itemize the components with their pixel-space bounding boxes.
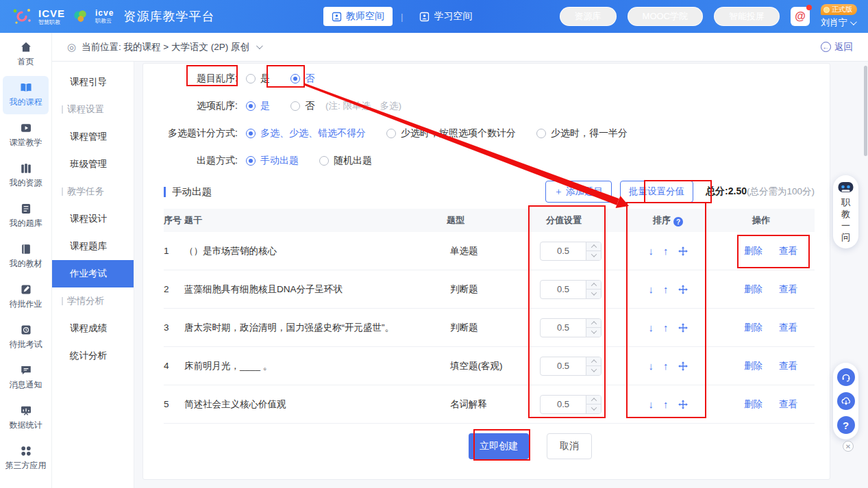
avatar[interactable]: @ bbox=[791, 7, 810, 26]
drag-move-icon[interactable] bbox=[678, 246, 688, 256]
score-decrease-button[interactable] bbox=[586, 404, 601, 413]
delete-link[interactable]: 删除 bbox=[744, 322, 762, 334]
move-down-button[interactable]: ↓ bbox=[649, 284, 654, 294]
sidebar-item-我的题库[interactable]: 我的题库 bbox=[3, 197, 49, 235]
delete-link[interactable]: 删除 bbox=[744, 360, 762, 372]
quick-link-资源库[interactable]: 资源库 bbox=[560, 7, 617, 26]
score-value[interactable]: 0.5 bbox=[541, 281, 586, 298]
view-link[interactable]: 查看 bbox=[779, 283, 797, 296]
nav-tab-learning-space[interactable]: 学习空间 bbox=[411, 7, 480, 26]
sidebar-item-待批作业[interactable]: 待批作业 bbox=[3, 278, 49, 316]
radio-option-是[interactable]: 是 bbox=[246, 73, 270, 85]
course-menu-item-课程设计[interactable]: 课程设计 bbox=[52, 205, 134, 233]
total-score: 总分:2.50(总分需为100分) bbox=[706, 185, 815, 198]
score-decrease-button[interactable] bbox=[586, 289, 601, 298]
score-increase-button[interactable] bbox=[586, 396, 601, 404]
nav-tab-teacher-space[interactable]: 教师空间 bbox=[323, 7, 393, 26]
course-menu-item-课程引导[interactable]: 课程引导 bbox=[52, 68, 134, 96]
score-value[interactable]: 0.5 bbox=[541, 242, 586, 260]
score-value[interactable]: 0.5 bbox=[541, 396, 586, 413]
sidebar-item-我的教材[interactable]: 我的教材 bbox=[3, 237, 49, 276]
scrollbar[interactable] bbox=[864, 66, 867, 156]
delete-link[interactable]: 删除 bbox=[744, 245, 762, 257]
create-button[interactable]: 立即创建 bbox=[469, 433, 529, 459]
sidebar-item-我的资源[interactable]: 我的资源 bbox=[3, 157, 49, 195]
course-menu-item-课程题库[interactable]: 课程题库 bbox=[52, 233, 134, 260]
sidebar-item-第三方应用[interactable]: 第三方应用 bbox=[3, 439, 49, 478]
view-link[interactable]: 查看 bbox=[779, 245, 797, 257]
drag-move-icon[interactable] bbox=[678, 400, 688, 409]
score-decrease-button[interactable] bbox=[586, 327, 601, 337]
view-link[interactable]: 查看 bbox=[779, 360, 797, 372]
download-button[interactable] bbox=[837, 392, 855, 410]
radio-option-多选、少选、错选不得分[interactable]: 多选、少选、错选不得分 bbox=[246, 127, 366, 140]
robot-icon bbox=[836, 179, 855, 196]
score-value[interactable]: 0.5 bbox=[541, 357, 586, 375]
delete-link[interactable]: 删除 bbox=[744, 398, 762, 411]
radio-option-否[interactable]: 否 bbox=[290, 73, 314, 85]
sidebar-item-home[interactable]: 首页 bbox=[3, 36, 49, 74]
sidebar-item-消息通知[interactable]: 消息通知 bbox=[3, 359, 49, 397]
radio-option-随机出题[interactable]: 随机出题 bbox=[319, 155, 372, 167]
assistant-widget[interactable]: 职教一问 bbox=[833, 175, 858, 248]
course-menu: 课程引导课程设置课程管理班级管理教学任务课程设计课程题库作业考试学情分析课程成绩… bbox=[52, 62, 134, 488]
sidebar-item-数据统计[interactable]: 数据统计 bbox=[3, 399, 49, 437]
chevron-down-icon[interactable] bbox=[256, 42, 263, 49]
score-increase-button[interactable] bbox=[586, 319, 601, 328]
course-menu-item-班级管理[interactable]: 班级管理 bbox=[52, 151, 134, 178]
customer-service-button[interactable] bbox=[837, 368, 855, 386]
user-menu[interactable]: 刘肖宁 bbox=[821, 16, 855, 29]
view-link[interactable]: 查看 bbox=[779, 398, 797, 411]
move-up-button[interactable]: ↑ bbox=[663, 361, 669, 371]
course-menu-item-课程成绩[interactable]: 课程成绩 bbox=[52, 315, 134, 342]
sidebar-item-我的课程[interactable]: 我的课程 bbox=[3, 76, 49, 114]
view-link[interactable]: 查看 bbox=[779, 322, 797, 334]
collapse-toolbar-button[interactable]: ✕ bbox=[843, 441, 854, 452]
move-up-button[interactable]: ↑ bbox=[663, 322, 669, 333]
score-decrease-button[interactable] bbox=[586, 251, 601, 260]
radio-option-少选时，得一半分[interactable]: 少选时，得一半分 bbox=[536, 127, 628, 140]
sidebar-item-课堂教学[interactable]: 课堂教学 bbox=[3, 116, 49, 155]
delete-link[interactable]: 删除 bbox=[744, 283, 762, 296]
sidebar-item-待批考试[interactable]: 待批考试 bbox=[3, 318, 49, 357]
drag-move-icon[interactable] bbox=[678, 361, 688, 371]
radio-option-是[interactable]: 是 bbox=[246, 100, 270, 112]
course-menu-section-课程设置: 课程设置 bbox=[52, 96, 134, 123]
score-increase-button[interactable] bbox=[586, 281, 601, 290]
move-up-button[interactable]: ↑ bbox=[663, 246, 669, 256]
score-stepper[interactable]: 0.5 bbox=[540, 357, 602, 376]
move-down-button[interactable]: ↓ bbox=[649, 361, 654, 371]
course-menu-item-作业考试[interactable]: 作业考试 bbox=[52, 260, 134, 287]
batch-score-button[interactable]: 批量设置分值 bbox=[620, 181, 693, 203]
sort-help-icon[interactable]: ? bbox=[673, 217, 683, 227]
cancel-button[interactable]: 取消 bbox=[547, 433, 592, 459]
add-question-button[interactable]: ＋ 添加题目 bbox=[545, 181, 612, 203]
back-button[interactable]: ← 返回 bbox=[821, 41, 853, 53]
course-menu-item-课程管理[interactable]: 课程管理 bbox=[52, 123, 134, 151]
setting-row: 选项乱序:是否(注: 限单选、多选) bbox=[143, 92, 830, 120]
drag-move-icon[interactable] bbox=[678, 285, 688, 294]
score-increase-button[interactable] bbox=[586, 357, 601, 366]
quick-link-MOOC学院[interactable]: MOOC学院 bbox=[628, 7, 703, 26]
move-up-button[interactable]: ↑ bbox=[663, 399, 669, 409]
move-down-button[interactable]: ↓ bbox=[649, 246, 654, 256]
help-button[interactable]: ? bbox=[837, 416, 855, 434]
radio-option-少选时，按照选项个数计分[interactable]: 少选时，按照选项个数计分 bbox=[386, 127, 516, 140]
score-increase-button[interactable] bbox=[586, 242, 601, 251]
course-menu-item-统计分析[interactable]: 统计分析 bbox=[52, 342, 134, 370]
move-down-button[interactable]: ↓ bbox=[649, 322, 654, 333]
radio-option-否[interactable]: 否 bbox=[290, 100, 314, 112]
move-down-button[interactable]: ↓ bbox=[649, 399, 654, 409]
score-decrease-button[interactable] bbox=[586, 365, 601, 375]
score-stepper[interactable]: 0.5 bbox=[540, 280, 602, 299]
drag-move-icon[interactable] bbox=[678, 323, 688, 333]
score-stepper[interactable]: 0.5 bbox=[540, 395, 602, 414]
main-area: 题目乱序:是否选项乱序:是否(注: 限单选、多选)多选题计分方式:多选、少选、错… bbox=[134, 62, 868, 488]
score-stepper[interactable]: 0.5 bbox=[540, 242, 602, 261]
quick-link-智能投屏[interactable]: 智能投屏 bbox=[714, 7, 780, 26]
radio-option-手动出题[interactable]: 手动出题 bbox=[246, 155, 299, 167]
move-up-button[interactable]: ↑ bbox=[663, 284, 669, 294]
chevron-down-icon bbox=[591, 367, 596, 372]
score-value[interactable]: 0.5 bbox=[541, 319, 586, 337]
score-stepper[interactable]: 0.5 bbox=[540, 318, 602, 337]
